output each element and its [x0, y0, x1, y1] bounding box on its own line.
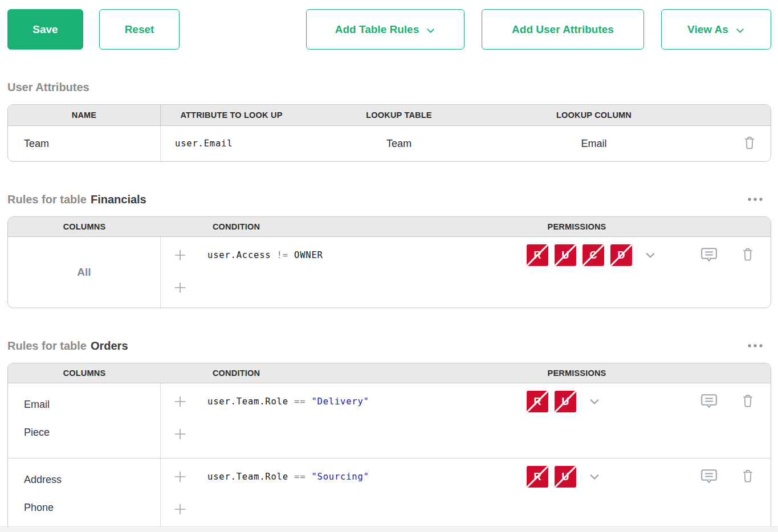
rules-heading: Rules for tableOrders — [7, 339, 128, 353]
condition-expression[interactable]: user.Team.Role == "Delivery" — [207, 396, 369, 407]
condition-expression[interactable]: user.Access != OWNER — [207, 250, 323, 260]
rules-section-header: Rules for tableFinancials — [7, 193, 771, 206]
rules-heading-table-name: Orders — [91, 339, 128, 352]
permissions-expand-button[interactable] — [587, 391, 602, 412]
delete-rule-button[interactable] — [742, 394, 753, 408]
view-as-button[interactable]: View As — [661, 9, 771, 50]
save-button[interactable]: Save — [7, 9, 83, 50]
rules-table-financials: COLUMNSCONDITIONPERMISSIONSAlluser.Acces… — [7, 216, 771, 308]
plus-icon — [174, 282, 186, 293]
chevron-down-icon — [644, 249, 657, 261]
rule-columns-cell: All — [8, 237, 161, 308]
chevron-down-icon — [735, 26, 745, 35]
column-header-condition: CONDITION — [161, 217, 312, 236]
rules-heading: Rules for tableFinancials — [7, 193, 146, 206]
condition-token: user.Access — [207, 250, 271, 260]
column-header-attribute: ATTRIBUTE TO LOOK UP — [161, 105, 302, 125]
condition-line — [174, 498, 519, 520]
rule-column-name: Piece — [24, 424, 160, 440]
condition-expression[interactable]: user.Team.Role == "Sourcing" — [207, 472, 369, 482]
add-condition-button[interactable] — [174, 423, 186, 445]
condition-token: == — [294, 396, 306, 407]
column-header-permissions: PERMISSIONS — [491, 217, 662, 236]
rules-heading-prefix: Rules for table — [7, 193, 87, 206]
chevron-down-icon — [426, 26, 435, 35]
comment-icon — [701, 248, 717, 263]
permission-denied-badge-r[interactable]: R — [527, 244, 548, 266]
rule-permissions-cell: RU — [519, 383, 662, 458]
user-attributes-table-header: NAME ATTRIBUTE TO LOOK UP LOOKUP TABLE L… — [8, 105, 771, 126]
add-condition-button[interactable] — [174, 466, 186, 488]
trash-icon — [742, 469, 753, 483]
condition-token: "Sourcing" — [311, 472, 369, 482]
trash-icon — [744, 136, 755, 152]
rule-columns-cell: AddressPhone — [8, 459, 161, 532]
column-header-lookup-table: LOOKUP TABLE — [302, 105, 496, 125]
delete-rule-button[interactable] — [742, 469, 753, 483]
permission-denied-badge-d[interactable]: D — [610, 244, 632, 266]
rules-table-header: COLUMNSCONDITIONPERMISSIONS — [8, 363, 771, 383]
add-condition-button[interactable] — [174, 498, 186, 520]
add-table-rules-button[interactable]: Add Table Rules — [306, 9, 465, 50]
rule-comment-button[interactable] — [701, 394, 717, 409]
permission-denied-badge-u[interactable]: U — [555, 391, 576, 412]
reset-button[interactable]: Reset — [99, 9, 180, 50]
rule-permissions-cell: RUCD — [519, 237, 662, 308]
view-as-label: View As — [687, 23, 728, 36]
permission-denied-badge-u[interactable]: U — [555, 244, 576, 266]
permissions-expand-button[interactable] — [643, 244, 658, 266]
rule-actions-cell — [662, 383, 771, 458]
plus-icon — [174, 396, 186, 407]
add-condition-button[interactable] — [174, 244, 186, 266]
rule-condition-cell: user.Team.Role == "Sourcing" — [161, 459, 519, 532]
condition-token: user.Team.Role — [207, 396, 288, 407]
header-spacer — [312, 363, 491, 383]
condition-token: == — [294, 472, 306, 482]
condition-token: != — [277, 250, 288, 260]
table-menu-button[interactable] — [745, 341, 765, 350]
plus-icon — [174, 504, 186, 515]
rule-columns-cell: EmailPiece — [8, 383, 161, 458]
plus-icon — [174, 249, 186, 261]
ellipsis-icon — [747, 197, 763, 202]
rule-comment-button[interactable] — [701, 469, 717, 484]
add-user-attributes-button[interactable]: Add User Attributes — [482, 9, 644, 50]
column-header-columns: COLUMNS — [8, 217, 161, 236]
column-header-lookup-column: LOOKUP COLUMN — [496, 105, 692, 125]
trash-icon — [742, 248, 753, 261]
rules-heading-table-name: Financials — [91, 193, 146, 206]
permission-denied-badge-u[interactable]: U — [555, 466, 576, 488]
rules-section-financials: Rules for tableFinancialsCOLUMNSCONDITIO… — [7, 193, 771, 308]
ellipsis-icon — [747, 343, 763, 348]
condition-token: "Delivery" — [311, 396, 369, 407]
delete-attribute-button[interactable] — [744, 136, 755, 152]
condition-line: user.Team.Role == "Sourcing" — [174, 466, 519, 488]
lookup-table-cell: Team — [302, 126, 496, 161]
permissions-expand-button[interactable] — [587, 466, 602, 488]
rule-row: Alluser.Access != OWNERRUCD — [8, 237, 771, 308]
condition-line: user.Access != OWNER — [174, 244, 519, 266]
condition-token: user.Team.Role — [207, 472, 288, 482]
rule-column-name: Phone — [24, 500, 160, 515]
table-menu-button[interactable] — [745, 195, 765, 204]
rule-comment-button[interactable] — [701, 248, 717, 263]
permission-denied-badge-r[interactable]: R — [527, 391, 548, 412]
horizontal-scrollbar[interactable] — [0, 526, 778, 532]
add-condition-button[interactable] — [174, 391, 186, 412]
delete-rule-button[interactable] — [742, 248, 753, 261]
rule-column-name: All — [77, 266, 91, 279]
rules-section-orders: Rules for tableOrdersCOLUMNSCONDITIONPER… — [7, 339, 771, 532]
rule-row: EmailPieceuser.Team.Role == "Delivery"RU — [8, 383, 771, 458]
permission-denied-badge-r[interactable]: R — [527, 466, 548, 488]
add-condition-button[interactable] — [174, 277, 186, 298]
plus-icon — [174, 471, 186, 482]
user-attributes-heading: User Attributes — [7, 80, 89, 94]
permission-denied-badge-c[interactable]: C — [583, 244, 604, 266]
rule-actions-cell — [662, 237, 771, 308]
attribute-lookup-cell: user.Email — [161, 126, 302, 161]
column-header-columns: COLUMNS — [8, 363, 161, 383]
rule-tables-container: Rules for tableFinancialsCOLUMNSCONDITIO… — [7, 193, 771, 532]
permissions-editor-page: Save Reset Add Table Rules Add User Attr… — [0, 0, 778, 532]
column-header-permissions: PERMISSIONS — [491, 363, 662, 383]
toolbar: Save Reset Add Table Rules Add User Attr… — [7, 9, 771, 50]
